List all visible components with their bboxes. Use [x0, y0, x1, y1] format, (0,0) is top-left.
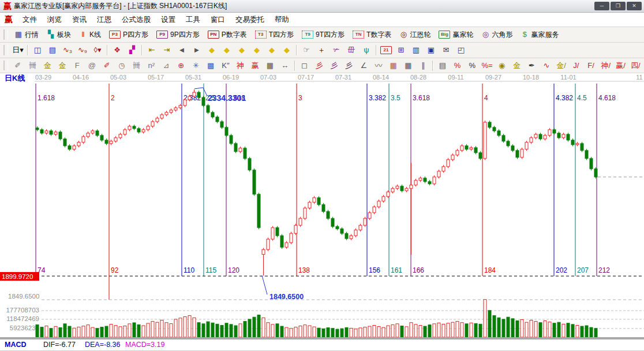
star-button[interactable]: ✳ [189, 59, 204, 72]
menu-item-tools[interactable]: 工具 [181, 13, 205, 27]
ying-tool-button[interactable]: 赢 [248, 59, 263, 72]
indicator-selector[interactable]: MACD [5, 341, 27, 349]
pattern-box-button[interactable]: ❖ [110, 44, 125, 57]
menu-item-formula-stock-pick[interactable]: 公式选股 [117, 13, 156, 27]
wave-avg-button[interactable]: ∿ [539, 59, 554, 72]
si-angle-button[interactable]: 四/ [628, 59, 643, 72]
clock-button[interactable]: ◷ [114, 59, 129, 72]
n-square-button[interactable]: n² [144, 59, 159, 72]
f-angle-button[interactable]: F/ [583, 59, 598, 72]
next-bar-button[interactable]: ► [189, 44, 204, 57]
gann-f-button[interactable]: F [70, 59, 85, 72]
gold-circle-button[interactable]: ◉ [495, 59, 510, 72]
chart-area[interactable]: 03-2904-1605-0305-1705-3106-1907-0307-17… [0, 73, 644, 338]
menu-item-news[interactable]: 资讯 [67, 13, 92, 27]
minimize-button[interactable]: ─ [594, 2, 609, 10]
ruler-ticks-button[interactable]: 卌 [129, 59, 144, 72]
period-day-dropdown-button[interactable]: 日▾ [10, 44, 25, 57]
first-bar-button[interactable]: ⇤ [144, 44, 159, 57]
fan-red-button[interactable]: 彡 [312, 59, 327, 72]
kline-chart-svg[interactable]: 03-2904-1605-0305-1705-3106-1907-0307-17… [0, 73, 644, 338]
toolbar-button-sectors[interactable]: ▚板块 [43, 28, 75, 41]
toolbar-button-p9-square[interactable]: P99P四方形 [152, 28, 204, 41]
toolbar-button-p-square[interactable]: P3P四方形 [105, 28, 152, 41]
pane-label[interactable]: 日K线 [5, 74, 25, 82]
wave-9-button[interactable]: ∿₉ [75, 44, 90, 57]
percent-line-button[interactable]: %= [480, 59, 495, 72]
gann-gold-a-button[interactable]: 金 [40, 59, 55, 72]
ink-pen-button[interactable]: ✒ [524, 59, 539, 72]
toolbar-button-quotes[interactable]: ▦行情 [10, 28, 43, 41]
smart-tool-button[interactable]: ψ [359, 44, 374, 57]
cut-tool-button[interactable]: ✃ [329, 44, 344, 57]
hand-tool-button[interactable]: ☞ [299, 44, 314, 57]
k-mark-button[interactable]: K″ [218, 59, 233, 72]
crosshair-tool-button[interactable]: ＋ [314, 44, 329, 57]
profile-chart-button[interactable]: ▞ [125, 44, 140, 57]
candle-style-dropdown-button[interactable]: ◊▾ [90, 44, 105, 57]
menu-item-window[interactable]: 窗口 [205, 13, 230, 27]
diamond-left-button[interactable]: ◆ [204, 44, 219, 57]
spiral-button[interactable]: @ [85, 59, 100, 72]
prev-bar-button[interactable]: ◄ [174, 44, 189, 57]
notepad-button[interactable]: ▥ [409, 44, 424, 57]
percent-button[interactable]: % [465, 59, 480, 72]
menu-item-gann[interactable]: 江恩 [92, 13, 117, 27]
toolbar-button-t-square[interactable]: T3T四方形 [251, 28, 298, 41]
diamond-zoom-out-button[interactable]: ◆ [279, 44, 294, 57]
span-arrow-button[interactable]: ↔ [278, 59, 293, 72]
calendar-21-button[interactable]: 21 [379, 44, 394, 57]
calculator-button[interactable]: ⊞ [394, 44, 409, 57]
j-angle-button[interactable]: J/ [569, 59, 584, 72]
diamond-expand-button[interactable]: ◆ [234, 44, 249, 57]
grid-dark-button[interactable]: ▦ [401, 59, 416, 72]
menu-item-help[interactable]: 帮助 [269, 13, 294, 27]
menu-item-file[interactable]: 文件 [17, 13, 42, 27]
square-frame-button[interactable]: ◻ [297, 59, 312, 72]
menu-item-settings[interactable]: 设置 [156, 13, 181, 27]
shen-angle-button[interactable]: 神/ [598, 59, 613, 72]
toolbar-button-winner-wheel[interactable]: Big赢家轮 [435, 28, 477, 41]
gold-line-button[interactable]: 金 [510, 59, 525, 72]
grid-red-button[interactable]: ▦ [386, 59, 401, 72]
red-brush-button[interactable]: ✐ [99, 59, 114, 72]
toolbar-grip[interactable] [3, 29, 8, 40]
angle-a-button[interactable]: ⊿ [159, 59, 174, 72]
diamond-compress-button[interactable]: ◆ [249, 44, 264, 57]
toolbar-button-t-number-table[interactable]: TNT数字表 [349, 28, 395, 41]
fan-purple-button[interactable]: 彡 [327, 59, 342, 72]
gann-gold-b-button[interactable]: 金 [55, 59, 70, 72]
workstation-button[interactable]: ◰ [454, 44, 469, 57]
close-button[interactable]: ✕ [627, 2, 642, 10]
parallel-lines-button[interactable]: ∥ [415, 59, 430, 72]
toolbar-button-t9-square[interactable]: T99T四方形 [298, 28, 349, 41]
fan-dark-button[interactable]: 彡 [342, 59, 357, 72]
menu-item-browse[interactable]: 浏览 [42, 13, 67, 27]
shen-tool-button[interactable]: 神 [233, 59, 248, 72]
percent-red-button[interactable]: % [450, 59, 465, 72]
info-list-button[interactable]: ▤ [45, 44, 60, 57]
toolbar-button-p-number-table[interactable]: PNP数字表 [204, 28, 251, 41]
toolbar-grip[interactable] [3, 61, 8, 71]
toolbar-button-winner-service[interactable]: $赢家服务 [516, 28, 563, 41]
gold-angle-button[interactable]: 金/ [554, 59, 569, 72]
circle-cross-button[interactable]: ⊕ [174, 59, 189, 72]
grid-box-button[interactable]: ▩ [203, 59, 218, 72]
brush-button[interactable]: ✐ [10, 59, 25, 72]
mail-net-button[interactable]: ✉ [439, 44, 454, 57]
last-bar-button[interactable]: ⇥ [159, 44, 174, 57]
grid-123-button[interactable]: ▦ [263, 59, 278, 72]
save-button[interactable]: ▣ [424, 44, 439, 57]
overlay-window-button[interactable]: ◫ [30, 44, 45, 57]
ladder-button[interactable]: ▤ [435, 59, 450, 72]
gann-grid-tool-button[interactable]: 毌 [344, 44, 359, 57]
toolbar-grip[interactable] [3, 45, 8, 55]
diamond-right-button[interactable]: ◆ [219, 44, 234, 57]
toolbar-button-gann-wheel[interactable]: ◎江恩轮 [395, 28, 435, 41]
grid-ticks-button[interactable]: 卌 [25, 59, 40, 72]
candles-group[interactable] [36, 89, 597, 275]
wave-3-button[interactable]: ∿₃ [60, 44, 75, 57]
toolbar-button-hexagon[interactable]: ◎六角形 [477, 28, 516, 41]
diamond-zoom-in-button[interactable]: ◆ [264, 44, 279, 57]
toolbar-button-kline[interactable]: ‖K线 [75, 28, 105, 41]
